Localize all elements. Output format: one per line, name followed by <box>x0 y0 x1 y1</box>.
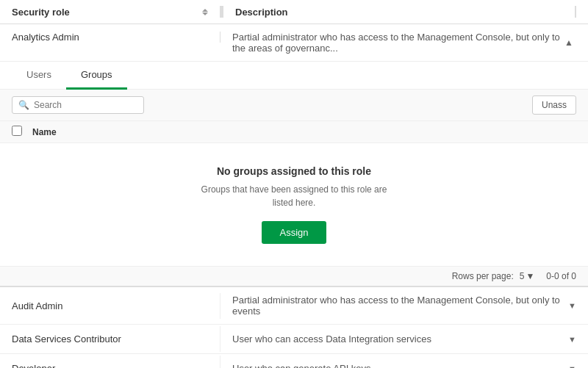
empty-state: No groups assigned to this role Groups t… <box>0 143 588 266</box>
select-all-checkbox[interactable] <box>12 126 22 136</box>
expanded-panel: Users Groups 🔍 Unass Name <box>0 62 588 286</box>
desc-column-label: Description <box>235 7 288 18</box>
search-input[interactable] <box>34 100 137 110</box>
table-header: Security role Description <box>0 0 588 24</box>
col-resize-handle-2[interactable] <box>575 6 576 18</box>
role-column-label: Security role <box>12 7 70 18</box>
empty-state-title: No groups assigned to this role <box>217 165 371 177</box>
unassign-button[interactable]: Unass <box>532 95 576 115</box>
inner-rows-per-page-label: Rows per page: <box>452 271 514 281</box>
analytics-admin-desc: Partial administrator who has access to … <box>220 32 588 54</box>
role-sort-icon[interactable] <box>202 9 208 15</box>
rows-list: Audit Admin Partial administrator who ha… <box>0 287 588 368</box>
rows-dropdown-icon: ▼ <box>526 271 534 281</box>
data-services-desc: User who can access Data Integration ser… <box>220 326 588 352</box>
table-row: Developer User who can generate API keys… <box>0 354 588 368</box>
desc-column-header: Description <box>223 6 588 18</box>
developer-expand-btn[interactable]: ▼ <box>568 364 576 369</box>
analytics-admin-collapse-btn[interactable]: ▲ <box>562 37 576 48</box>
developer-role: Developer <box>0 356 220 368</box>
table-row: Audit Admin Partial administrator who ha… <box>0 287 588 325</box>
data-services-expand-btn[interactable]: ▼ <box>568 335 576 344</box>
tab-groups[interactable]: Groups <box>66 62 127 90</box>
header-checkbox-cell <box>12 126 32 138</box>
empty-state-description: Groups that have been assigned to this r… <box>201 183 387 209</box>
analytics-admin-role-name: Analytics Admin <box>0 32 220 43</box>
tab-users[interactable]: Users <box>12 62 66 90</box>
developer-desc: User who can generate API keys ▼ <box>220 356 588 368</box>
assign-button[interactable]: Assign <box>262 221 326 244</box>
analytics-admin-row-header: Analytics Admin Partial administrator wh… <box>0 24 588 62</box>
analytics-admin-row: Analytics Admin Partial administrator wh… <box>0 24 588 287</box>
inner-pagination-row: Rows per page: 5 ▼ 0-0 of 0 <box>0 266 588 286</box>
search-icon: 🔍 <box>18 100 29 110</box>
audit-admin-role: Audit Admin <box>0 293 220 319</box>
tabs-bar: Users Groups <box>0 62 588 90</box>
inner-rows-count: 0-0 of 0 <box>546 271 576 281</box>
inner-rows-per-page-select[interactable]: 5 ▼ <box>520 271 535 281</box>
inner-table-header: Name <box>0 120 588 143</box>
panel-toolbar: 🔍 Unass <box>0 90 588 120</box>
audit-admin-desc: Partial administrator who has access to … <box>220 287 588 324</box>
analytics-admin-desc-text: Partial administrator who has access to … <box>232 32 562 54</box>
data-services-role: Data Services Contributor <box>0 326 220 352</box>
search-box[interactable]: 🔍 <box>12 96 144 114</box>
table-row: Data Services Contributor User who can a… <box>0 325 588 354</box>
role-column-header: Security role <box>0 6 220 18</box>
audit-admin-expand-btn[interactable]: ▼ <box>568 301 576 310</box>
inner-name-col-label: Name <box>32 127 57 137</box>
main-container: Security role Description Analytics Admi… <box>0 0 588 368</box>
